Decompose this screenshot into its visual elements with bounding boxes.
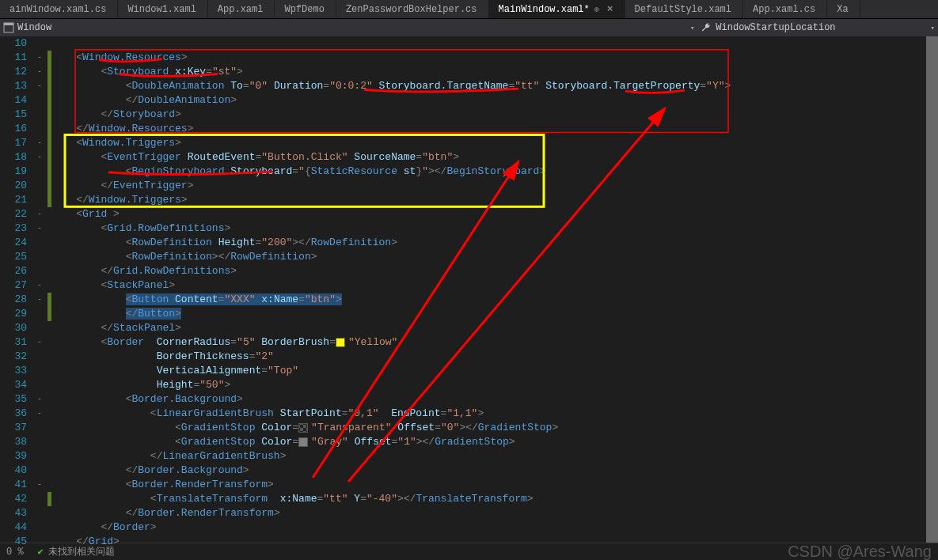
line-number: 31 xyxy=(0,335,27,350)
fold-toggle[interactable]: - xyxy=(32,278,47,293)
fold-toggle xyxy=(32,520,47,535)
fold-toggle xyxy=(32,350,47,364)
tab[interactable]: App.xaml.cs xyxy=(743,0,827,18)
code-line[interactable]: <Border.Background> xyxy=(51,392,938,407)
line-number: 32 xyxy=(0,350,27,364)
fold-toggle[interactable]: - xyxy=(32,51,47,65)
tab[interactable]: MainWindow.xaml*⊕× xyxy=(489,0,625,18)
nav-scope[interactable]: Window xyxy=(3,22,51,33)
nav-member-label: WindowStartupLocation xyxy=(716,22,835,33)
chevron-down-icon[interactable]: ▾ xyxy=(690,24,694,32)
line-number: 21 xyxy=(0,193,27,207)
code-line[interactable]: </Border.RenderTransform> xyxy=(51,506,938,520)
fold-toggle xyxy=(32,449,47,464)
code-line[interactable]: <Window.Triggers> xyxy=(51,136,938,150)
code-line[interactable]: </LinearGradientBrush> xyxy=(51,449,938,464)
tab[interactable]: Window1.xaml xyxy=(118,0,207,18)
fold-toggle[interactable]: - xyxy=(32,392,47,407)
code-line[interactable]: <Border CornerRadius="5" BorderBrush="Ye… xyxy=(51,335,938,350)
code-line[interactable]: <Border.RenderTransform> xyxy=(51,478,938,492)
code-line[interactable]: <Grid > xyxy=(51,207,938,221)
close-icon[interactable]: × xyxy=(607,3,613,15)
code-line[interactable]: <Storyboard x:Key="st"> xyxy=(51,65,938,79)
fold-toggle xyxy=(32,236,47,250)
nav-member[interactable]: WindowStartupLocation ▾ xyxy=(701,22,935,33)
code-line[interactable]: </StackPanel> xyxy=(51,321,938,335)
line-number: 14 xyxy=(0,93,27,108)
tab[interactable]: ZenPasswordBoxHelper.cs xyxy=(336,0,489,18)
code-line[interactable]: </Window.Resources> xyxy=(51,122,938,136)
line-number: 10 xyxy=(0,36,27,51)
fold-toggle xyxy=(32,378,47,392)
fold-toggle xyxy=(32,492,47,506)
code-line[interactable]: <Grid.RowDefinitions> xyxy=(51,221,938,236)
line-number: 36 xyxy=(0,407,27,421)
code-line[interactable]: <Window.Resources> xyxy=(51,51,938,65)
line-number: 33 xyxy=(0,364,27,378)
tab[interactable]: ainWindow.xaml.cs xyxy=(0,0,118,18)
fold-toggle xyxy=(32,464,47,478)
fold-toggle[interactable]: - xyxy=(32,293,47,307)
vertical-scrollbar[interactable] xyxy=(926,36,938,543)
fold-toggle[interactable]: - xyxy=(32,407,47,421)
tab[interactable]: App.xaml xyxy=(208,0,275,18)
fold-toggle[interactable]: - xyxy=(32,221,47,236)
fold-toggle[interactable]: - xyxy=(32,65,47,79)
code-line[interactable]: <LinearGradientBrush StartPoint="0,1" En… xyxy=(51,407,938,421)
line-number: 11 xyxy=(0,51,27,65)
fold-toggle[interactable]: - xyxy=(32,136,47,150)
line-number: 13 xyxy=(0,79,27,93)
code-line[interactable]: <RowDefinition Height="200"></RowDefinit… xyxy=(51,236,938,250)
code-line[interactable]: </Button> xyxy=(51,307,938,321)
code-line[interactable]: </Grid> xyxy=(51,535,938,549)
code-line[interactable]: <BeginStoryboard Storyboard="{StaticReso… xyxy=(51,165,938,179)
pin-icon[interactable]: ⊕ xyxy=(594,5,599,14)
code-line[interactable]: <EventTrigger RoutedEvent="Button.Click"… xyxy=(51,150,938,165)
fold-toggle[interactable]: - xyxy=(32,207,47,221)
fold-toggle xyxy=(32,535,47,549)
fold-toggle xyxy=(32,36,47,51)
fold-toggle[interactable]: - xyxy=(32,79,47,93)
code-line[interactable]: <GradientStop Color="Gray" Offset="1"></… xyxy=(51,435,938,449)
code-line[interactable]: </Storyboard> xyxy=(51,108,938,122)
fold-toggle[interactable]: - xyxy=(32,150,47,165)
code-line[interactable]: <RowDefinition></RowDefinition> xyxy=(51,250,938,264)
code-line[interactable]: </Border> xyxy=(51,520,938,535)
chevron-down-icon[interactable]: ▾ xyxy=(931,24,935,32)
tab[interactable]: WpfDemo xyxy=(275,0,336,18)
code-line[interactable]: <TranslateTransform x:Name="tt" Y="-40">… xyxy=(51,492,938,506)
code-line[interactable]: </Window.Triggers> xyxy=(51,193,938,207)
code-line[interactable] xyxy=(51,36,938,51)
tab-bar: ainWindow.xaml.csWindow1.xamlApp.xamlWpf… xyxy=(0,0,938,19)
code-line[interactable]: VerticalAlignment="Top" xyxy=(51,364,938,378)
line-number: 12 xyxy=(0,65,27,79)
line-number: 18 xyxy=(0,150,27,165)
fold-toggle xyxy=(32,435,47,449)
line-number: 29 xyxy=(0,307,27,321)
code-line[interactable]: Height="50"> xyxy=(51,378,938,392)
fold-column[interactable]: ------------- xyxy=(32,36,47,543)
tab[interactable]: DefaultStyle.xaml xyxy=(625,0,743,18)
code-line[interactable]: </Border.Background> xyxy=(51,464,938,478)
fold-toggle xyxy=(32,264,47,278)
code-line[interactable]: </Grid.RowDefinitions> xyxy=(51,264,938,278)
line-number: 44 xyxy=(0,520,27,535)
nav-bar: Window ▾ WindowStartupLocation ▾ xyxy=(0,19,938,36)
code-line[interactable]: <StackPanel> xyxy=(51,278,938,293)
fold-toggle[interactable]: - xyxy=(32,335,47,350)
code-line[interactable]: <GradientStop Color="Transparent" Offset… xyxy=(51,421,938,435)
fold-toggle[interactable]: - xyxy=(32,478,47,492)
code-line[interactable]: <Button Content="XXX" x:Name="btn"> xyxy=(51,293,938,307)
line-number: 45 xyxy=(0,535,27,549)
code-line[interactable]: <DoubleAnimation To="0" Duration="0:0:2"… xyxy=(51,79,938,93)
line-number: 17 xyxy=(0,136,27,150)
code-area[interactable]: <Window.Resources> <Storyboard x:Key="st… xyxy=(51,36,938,543)
tab[interactable]: Xa xyxy=(827,0,860,18)
code-line[interactable]: </DoubleAnimation> xyxy=(51,93,938,108)
line-number: 20 xyxy=(0,179,27,193)
code-editor[interactable]: 1011121314151617181920212223242526272829… xyxy=(0,36,938,543)
scrollbar-thumb[interactable] xyxy=(926,36,938,543)
line-number: 25 xyxy=(0,250,27,264)
code-line[interactable]: BorderThickness="2" xyxy=(51,350,938,364)
code-line[interactable]: </EventTrigger> xyxy=(51,179,938,193)
